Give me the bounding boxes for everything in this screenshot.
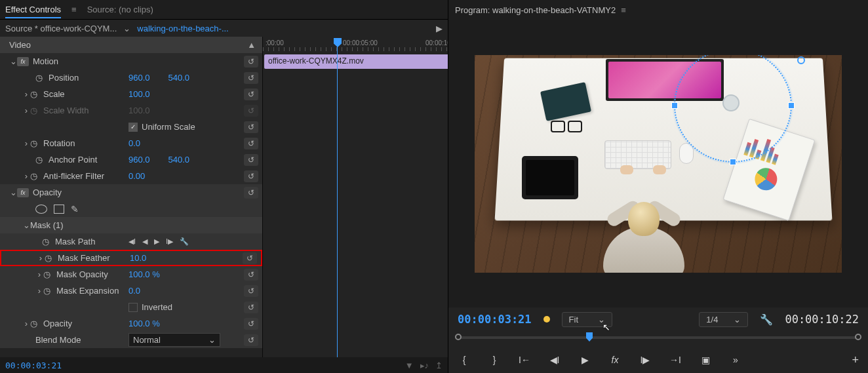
checkbox-icon[interactable] bbox=[128, 303, 138, 312]
fx-badge-icon[interactable]: fx bbox=[17, 188, 29, 197]
prop-mask-opacity[interactable]: › ◷ Mask Opacity 100.0 % ↺ bbox=[0, 266, 262, 283]
position-x[interactable]: 960.0 bbox=[128, 73, 150, 83]
prop-position[interactable]: ◷ Position 960.0 540.0 ↺ bbox=[0, 69, 262, 86]
video-frame[interactable] bbox=[475, 55, 842, 273]
prop-antiflicker[interactable]: › ◷ Anti-flicker Filter 0.00 ↺ bbox=[0, 168, 262, 184]
reset-button[interactable]: ↺ bbox=[243, 252, 257, 264]
timeline-ruler[interactable]: :00:00 00:00:05:00 00:00:10: bbox=[263, 37, 448, 54]
stopwatch-icon[interactable]: ◷ bbox=[30, 319, 41, 328]
mask-feather-handle-icon[interactable] bbox=[797, 56, 805, 64]
prop-blend-mode[interactable]: Blend Mode Normal ⌄ ↺ bbox=[0, 332, 262, 348]
go-to-in-button[interactable]: I← bbox=[518, 355, 531, 365]
marker-dot-icon[interactable] bbox=[543, 316, 550, 323]
mask-handle-icon[interactable] bbox=[788, 102, 795, 109]
more-button[interactable]: » bbox=[729, 355, 742, 365]
antiflicker-value[interactable]: 0.00 bbox=[128, 171, 145, 181]
mask-feather-value[interactable]: 10.0 bbox=[130, 253, 146, 263]
mark-out-button[interactable]: } bbox=[488, 355, 501, 365]
stopwatch-icon[interactable]: ◷ bbox=[45, 253, 55, 263]
track-fwd-icon[interactable]: ▶ bbox=[154, 237, 159, 246]
reset-button[interactable]: ↺ bbox=[244, 121, 258, 133]
program-scrubber[interactable] bbox=[448, 331, 868, 347]
sequence-link[interactable]: walking-on-the-beach-... bbox=[137, 24, 228, 33]
go-to-out-button[interactable]: →I bbox=[669, 355, 682, 365]
reset-button[interactable]: ↺ bbox=[244, 138, 258, 149]
mask-group[interactable]: ⌄ Mask (1) bbox=[0, 217, 262, 233]
mask-expansion-value[interactable]: 0.0 bbox=[128, 286, 140, 296]
rotation-value[interactable]: 0.0 bbox=[128, 138, 140, 148]
twisty-icon[interactable]: ⌄ bbox=[22, 220, 30, 230]
current-timecode[interactable]: 00:00:03:21 bbox=[458, 313, 532, 326]
prop-opacity[interactable]: › ◷ Opacity 100.0 % ↺ bbox=[0, 315, 262, 332]
track-settings-icon[interactable]: 🔧 bbox=[180, 237, 189, 246]
reset-button[interactable]: ↺ bbox=[244, 187, 258, 199]
video-preview-area[interactable] bbox=[448, 20, 868, 307]
effect-timeline[interactable]: :00:00 00:00:05:00 00:00:10: office-work… bbox=[262, 37, 448, 357]
effect-motion[interactable]: ⌄ fx Motion ↺ bbox=[0, 53, 262, 69]
stopwatch-icon[interactable]: ◷ bbox=[43, 286, 54, 296]
play-icon[interactable]: ▶ bbox=[436, 24, 443, 33]
zoom-handle-left-icon[interactable] bbox=[455, 334, 462, 340]
add-button[interactable]: + bbox=[852, 353, 859, 367]
reset-button[interactable]: ↺ bbox=[244, 318, 258, 330]
fx-badge-icon[interactable]: fx bbox=[17, 57, 29, 66]
footer-timecode[interactable]: 00:00:03:21 bbox=[5, 361, 62, 370]
reset-button[interactable]: ↺ bbox=[244, 269, 258, 281]
export-icon[interactable]: ↥ bbox=[435, 361, 443, 370]
reset-button[interactable]: ↺ bbox=[244, 154, 258, 166]
twisty-icon[interactable]: › bbox=[35, 269, 43, 279]
track-fwd-one-icon[interactable]: I▶ bbox=[166, 237, 173, 246]
twisty-icon[interactable]: › bbox=[22, 171, 30, 181]
prop-uniform-scale[interactable]: ✓ Uniform Scale ↺ bbox=[0, 119, 262, 135]
filter-icon[interactable]: ▼ bbox=[405, 361, 414, 370]
mask-ellipse-overlay[interactable] bbox=[674, 55, 792, 163]
scale-value[interactable]: 100.0 bbox=[128, 89, 150, 99]
stopwatch-icon[interactable]: ◷ bbox=[30, 89, 41, 99]
panel-menu-icon[interactable]: ≡ bbox=[71, 5, 77, 14]
twisty-icon[interactable]: ⌄ bbox=[9, 56, 17, 66]
ellipse-mask-icon[interactable] bbox=[35, 205, 47, 214]
stopwatch-icon[interactable]: ◷ bbox=[30, 171, 41, 181]
mask-handle-icon[interactable] bbox=[730, 159, 736, 165]
twisty-icon[interactable]: › bbox=[22, 319, 30, 328]
mark-in-button[interactable]: { bbox=[458, 355, 471, 365]
twisty-icon[interactable]: › bbox=[22, 138, 30, 148]
video-header[interactable]: Video ▲ bbox=[0, 37, 262, 53]
rectangle-mask-icon[interactable] bbox=[54, 205, 64, 214]
stopwatch-icon[interactable]: ◷ bbox=[35, 155, 46, 165]
reset-button[interactable]: ↺ bbox=[244, 170, 258, 182]
pen-mask-icon[interactable]: ✎ bbox=[71, 204, 79, 214]
twisty-icon[interactable]: › bbox=[35, 286, 43, 296]
track-back-icon[interactable]: ◀ bbox=[142, 237, 148, 246]
step-back-button[interactable]: ◀I bbox=[548, 355, 561, 365]
stopwatch-icon[interactable]: ◷ bbox=[35, 73, 46, 83]
zoom-handle-right-icon[interactable] bbox=[855, 334, 861, 340]
prop-inverted[interactable]: Inverted ↺ bbox=[0, 299, 262, 315]
collapse-icon[interactable]: ▲ bbox=[247, 40, 258, 50]
zoom-fit-dropdown[interactable]: Fit ⌄ ↖ bbox=[562, 312, 612, 327]
step-forward-button[interactable]: I▶ bbox=[639, 355, 652, 365]
position-y[interactable]: 540.0 bbox=[168, 73, 190, 83]
clip-bar[interactable]: office-work-CQYMX4Z.mov bbox=[264, 54, 448, 69]
lift-button[interactable]: ▣ bbox=[699, 355, 712, 365]
prop-rotation[interactable]: › ◷ Rotation 0.0 ↺ bbox=[0, 135, 262, 151]
anchor-y[interactable]: 540.0 bbox=[168, 155, 190, 165]
snap-icon[interactable]: ▸♪ bbox=[420, 361, 429, 370]
prop-mask-expansion[interactable]: › ◷ Mask Expansion 0.0 ↺ bbox=[0, 283, 262, 299]
prop-mask-path[interactable]: ◷ Mask Path ◀I ◀ ▶ I▶ 🔧 bbox=[0, 233, 262, 250]
prop-anchor-point[interactable]: ◷ Anchor Point 960.0 540.0 ↺ bbox=[0, 151, 262, 168]
track-back-one-icon[interactable]: ◀I bbox=[128, 237, 136, 246]
settings-icon[interactable]: 🔧 bbox=[760, 313, 773, 326]
effects-toggle-button[interactable]: fx bbox=[608, 355, 621, 365]
prop-mask-feather[interactable]: › ◷ Mask Feather 10.0 ↺ bbox=[0, 250, 262, 266]
play-button[interactable]: ▶ bbox=[578, 355, 591, 365]
blend-mode-dropdown[interactable]: Normal ⌄ bbox=[128, 333, 220, 347]
checkbox-icon[interactable]: ✓ bbox=[128, 123, 138, 132]
source-dropdown-icon[interactable]: ⌄ bbox=[121, 24, 133, 33]
anchor-x[interactable]: 960.0 bbox=[128, 155, 150, 165]
resolution-dropdown[interactable]: 1/4 ⌄ bbox=[699, 312, 748, 327]
tab-source[interactable]: Source: (no clips) bbox=[87, 5, 153, 14]
effect-opacity[interactable]: ⌄ fx Opacity ↺ bbox=[0, 184, 262, 201]
playhead-icon[interactable] bbox=[334, 38, 342, 47]
reset-button[interactable]: ↺ bbox=[244, 302, 258, 313]
